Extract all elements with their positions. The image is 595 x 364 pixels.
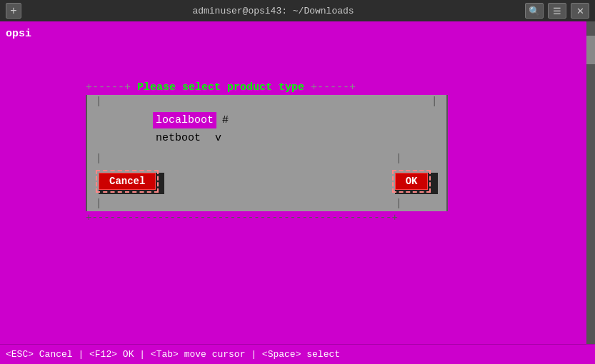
title-bar-right: 🔍 ☰ ✕ [525,3,589,19]
localboot-label: localboot [153,112,216,128]
dialog-buttons-row: Cancel OK [96,166,438,196]
list-item-netboot[interactable]: netboot v [96,130,438,146]
cancel-dashed-border: Cancel [96,170,159,193]
search-button[interactable]: 🔍 [525,3,544,19]
dialog-mid-separator: | | [96,152,438,166]
cancel-button[interactable]: Cancel [99,173,156,190]
window-title: adminuser@opsi43: ~/Downloads [192,6,354,16]
search-icon: 🔍 [529,6,540,16]
dialog-bottom-separator: | | [96,197,438,211]
terminal-prompt: opsi [6,27,589,40]
terminal-body: opsi +-----+ Please select product type … [0,21,595,344]
prompt-text: opsi [6,28,31,40]
plus-icon: + [10,4,16,17]
scrollbar[interactable] [586,21,595,344]
title-border-right: +-----+ [304,80,356,95]
netboot-indicator: v [215,131,221,146]
dialog-title-row: +-----+ Please select product type +----… [86,80,448,95]
list-item-localboot[interactable]: localboot # [96,112,438,128]
status-text: <ESC> Cancel | <F12> OK | <Tab> move cur… [6,349,340,360]
title-bar: + adminuser@opsi43: ~/Downloads 🔍 ☰ ✕ [0,0,595,21]
dialog-inner: | | localboot # netboot v [86,95,448,211]
dialog-top-border: | | [96,95,438,109]
dialog-title-text: Please select product type [137,80,304,95]
ok-button-wrap: OK [392,170,431,193]
status-bar: <ESC> Cancel | <F12> OK | <Tab> move cur… [0,344,595,364]
close-icon: ✕ [576,6,584,16]
ok-button[interactable]: OK [395,173,429,190]
ok-dashed-border: OK [392,170,431,193]
scrollbar-thumb[interactable] [586,36,595,64]
netboot-label: netboot [153,130,204,146]
terminal-window: + adminuser@opsi43: ~/Downloads 🔍 ☰ ✕ op… [0,0,595,364]
dialog-box: +-----+ Please select product type +----… [86,80,448,225]
title-bar-left: + [6,3,21,19]
dialog-bottom-border: +---------------------------------------… [86,211,448,226]
localboot-indicator: # [222,113,229,128]
menu-button[interactable]: ☰ [548,3,566,19]
cancel-button-wrap: Cancel [96,170,159,193]
title-border-left: +-----+ [86,80,137,95]
menu-icon: ☰ [553,6,561,16]
close-button[interactable]: ✕ [571,3,589,19]
add-tab-button[interactable]: + [6,3,21,19]
